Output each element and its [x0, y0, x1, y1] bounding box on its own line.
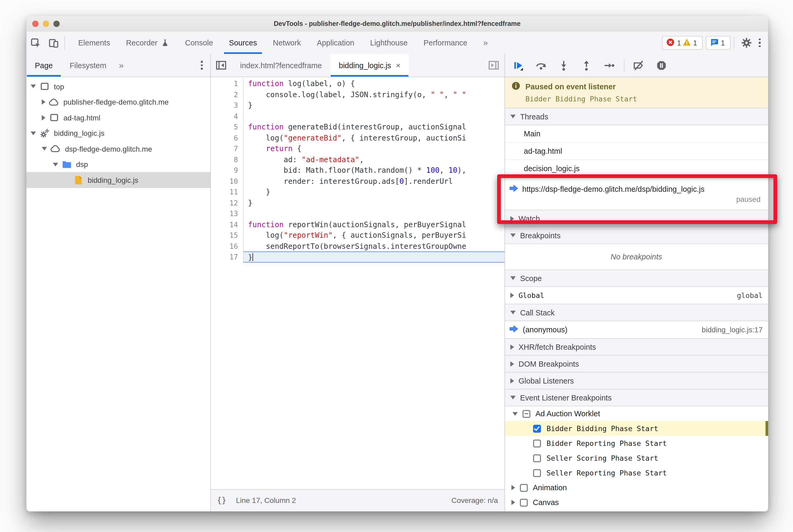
tab-sources[interactable]: Sources [221, 32, 265, 54]
tab-console[interactable]: Console [177, 32, 221, 54]
navigator-tab-filesystem[interactable]: Filesystem [61, 54, 115, 77]
section-expand-icon [510, 293, 514, 298]
more-panels-button[interactable]: » [475, 32, 496, 54]
event-breakpoint-bidder-reporting-phase-start[interactable]: Bidder Reporting Phase Start [505, 436, 768, 451]
step-icon[interactable] [601, 57, 617, 73]
tree-item-top[interactable]: top [26, 79, 210, 94]
section-title: Watch [518, 214, 540, 223]
tree-expander-icon[interactable] [53, 163, 58, 166]
checkbox-unchecked[interactable] [520, 484, 528, 492]
event-breakpoint-label: Seller Reporting Phase Start [547, 469, 667, 477]
section-title: XHR/fetch Breakpoints [518, 343, 596, 351]
scope-item-global[interactable]: Globalglobal [505, 287, 768, 304]
section-header-call-stack[interactable]: Call Stack [505, 304, 768, 321]
device-toolbar-icon[interactable] [44, 32, 62, 54]
frame-location[interactable]: bidding_logic.js:17 [702, 325, 768, 334]
info-icon [511, 81, 520, 92]
panel-tabs: ElementsRecorderConsoleSourcesNetworkApp… [70, 32, 475, 54]
checkbox-unchecked[interactable] [533, 469, 541, 477]
event-breakpoint-seller-reporting-phase-start[interactable]: Seller Reporting Phase Start [505, 466, 768, 480]
inspect-element-icon[interactable] [26, 32, 44, 54]
event-category-canvas[interactable]: Canvas [505, 495, 768, 510]
checkbox-indeterminate[interactable] [522, 410, 530, 418]
section-header-watch[interactable]: Watch [505, 210, 768, 227]
step-out-icon[interactable] [578, 57, 594, 73]
more-navigator-tabs-button[interactable]: » [115, 54, 128, 77]
thread-item-decision-logic-js[interactable]: decision_logic.js [505, 160, 768, 177]
checkbox-unchecked[interactable] [533, 454, 541, 462]
section-expand-icon [511, 485, 515, 490]
minimize-window-icon[interactable] [43, 21, 49, 27]
thread-item-main[interactable]: Main [505, 125, 768, 142]
close-window-icon[interactable] [32, 21, 39, 27]
tree-expander-icon[interactable] [42, 115, 45, 120]
zoom-window-icon[interactable] [53, 21, 60, 27]
tree-item-publisher-fledge-demo-glitch-me[interactable]: publisher-fledge-demo.glitch.me [26, 94, 210, 110]
tab-lighthouse[interactable]: Lighthouse [362, 32, 416, 54]
tree-expander-icon[interactable] [42, 147, 47, 151]
resume-icon[interactable] [510, 57, 526, 73]
section-header-xhr-fetch-breakpoints[interactable]: XHR/fetch Breakpoints [505, 338, 768, 356]
navigator-sidebar: PageFilesystem » toppublisher-fledge-dem… [26, 54, 210, 511]
tree-item-dsp[interactable]: dsp [26, 157, 210, 172]
event-breakpoint-bidder-bidding-phase-start[interactable]: Bidder Bidding Phase Start [505, 421, 768, 436]
tab-performance[interactable]: Performance [416, 32, 475, 54]
editor-tab-index-html-fencedframe[interactable]: index.html?fencedframe [232, 54, 331, 77]
thread-item-ad-tag-html[interactable]: ad-tag.html [505, 142, 768, 160]
checkbox-checked[interactable] [533, 424, 541, 432]
code-editor[interactable]: 1function log(label, o) {2 console.log(l… [210, 77, 504, 489]
editor-tab-label: bidding_logic.js [339, 61, 391, 70]
section-header-breakpoints[interactable]: Breakpoints [505, 227, 768, 244]
debugger-toolbar [505, 54, 768, 77]
line-number: 7 [210, 143, 243, 154]
pause-on-exceptions-icon[interactable] [653, 57, 669, 73]
tab-recorder[interactable]: Recorder [118, 32, 177, 54]
tab-label: Application [317, 39, 354, 47]
devtools-menu-icon[interactable] [755, 39, 764, 47]
settings-gear-icon[interactable] [738, 38, 755, 48]
tree-expander-icon[interactable] [42, 100, 45, 105]
tree-expander-icon[interactable] [31, 132, 36, 135]
close-tab-icon[interactable]: × [396, 61, 401, 70]
tab-network[interactable]: Network [265, 32, 309, 54]
section-header-global-listeners[interactable]: Global Listeners [505, 372, 768, 390]
event-breakpoint-seller-scoring-phase-start[interactable]: Seller Scoring Phase Start [505, 451, 768, 466]
event-category-label: Ad Auction Worklet [535, 410, 600, 418]
expand-debugger-icon[interactable] [483, 54, 504, 77]
section-header-scope[interactable]: Scope [505, 269, 768, 287]
tree-item-bidding-logic-js[interactable]: bidding_logic.js [26, 126, 210, 141]
code-line-text: sendReportTo(browserSignals.interestGrou… [243, 241, 504, 251]
checkbox-unchecked[interactable] [520, 498, 528, 506]
tree-item-ad-tag-html[interactable]: ad-tag.html [26, 110, 210, 126]
tree-item-dsp-fledge-demo-glitch-me[interactable]: dsp-fledge-demo.glitch.me [26, 141, 210, 157]
section-header-event-listener-breakpoints[interactable]: Event Listener Breakpoints [505, 389, 768, 406]
tree-item-label: bidding_logic.js [54, 129, 105, 138]
tab-application[interactable]: Application [309, 32, 362, 54]
deactivate-breakpoints-icon[interactable] [630, 57, 646, 73]
collapse-navigator-icon[interactable] [210, 54, 232, 77]
thread-item-paused[interactable]: https://dsp-fledge-demo.glitch.me/dsp/bi… [505, 177, 768, 210]
section-collapse-icon [510, 115, 515, 118]
line-number: 6 [210, 132, 243, 143]
step-into-icon[interactable] [555, 57, 571, 73]
code-line-1: 1function log(label, o) { [210, 78, 504, 89]
section-header-threads[interactable]: Threads [505, 108, 768, 125]
step-over-icon[interactable] [533, 57, 549, 73]
tab-elements[interactable]: Elements [70, 32, 118, 54]
section-header-dom-breakpoints[interactable]: DOM Breakpoints [505, 355, 768, 373]
thread-label: decision_logic.js [524, 164, 580, 173]
issues-badge-button[interactable]: 1 1 [662, 36, 703, 50]
debugger-toolbar-divider [624, 59, 624, 71]
navigator-tab-page[interactable]: Page [26, 54, 61, 77]
checkbox-unchecked[interactable] [533, 439, 541, 447]
code-line-text: console.log(label, JSON.stringify(o, " "… [243, 89, 504, 100]
event-category-ad-auction-worklet[interactable]: Ad Auction Worklet [505, 406, 768, 421]
messages-badge-button[interactable]: 1 [706, 36, 731, 50]
editor-tab-bidding-logic-js[interactable]: bidding_logic.js× [331, 54, 409, 77]
tree-expander-icon[interactable] [31, 85, 36, 89]
navigator-menu-icon[interactable] [193, 54, 210, 77]
pretty-print-icon[interactable]: {} [217, 496, 226, 505]
event-category-animation[interactable]: Animation [505, 480, 768, 495]
tree-item-bidding-logic-js[interactable]: bidding_logic.js [26, 172, 210, 188]
call-stack-frame[interactable]: (anonymous)bidding_logic.js:17 [505, 321, 768, 339]
